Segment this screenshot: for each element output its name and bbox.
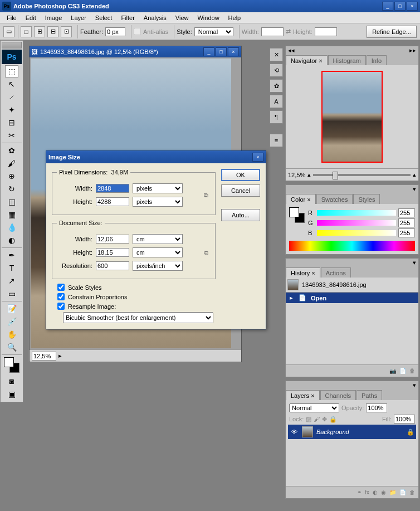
panel-close-icon[interactable]: ▸▸ xyxy=(409,47,416,54)
brush-tool[interactable]: 🖌 xyxy=(5,157,18,169)
delete-icon[interactable]: 🗑 xyxy=(409,368,415,374)
strip-btn-5[interactable]: ¶ xyxy=(270,110,283,124)
layer-fx-icon[interactable]: fx xyxy=(365,489,369,495)
blend-mode-select[interactable]: Normal xyxy=(289,403,339,412)
menu-edit[interactable]: Edit xyxy=(21,13,41,22)
strip-btn-1[interactable]: ✕ xyxy=(270,48,283,61)
new-snapshot-icon[interactable]: 📷 xyxy=(389,368,396,374)
b-slider[interactable] xyxy=(317,230,396,236)
wand-tool[interactable]: ✦ xyxy=(5,104,18,116)
status-arrow-icon[interactable]: ▸ xyxy=(58,352,62,359)
doc-close[interactable]: × xyxy=(228,47,239,56)
toolbox-grip[interactable] xyxy=(2,42,22,48)
quickmask-button[interactable]: ◙ xyxy=(5,375,18,387)
panel-menu-icon[interactable]: ▾ xyxy=(413,186,416,193)
strip-btn-4[interactable]: A xyxy=(270,95,283,108)
tab-channels[interactable]: Channels xyxy=(320,390,356,400)
resample-checkbox[interactable] xyxy=(57,303,65,310)
selection-add-icon[interactable]: ⊞ xyxy=(34,26,45,37)
link-layers-icon[interactable]: ⚭ xyxy=(357,489,362,495)
style-select[interactable]: Normal xyxy=(194,27,233,36)
shape-tool[interactable]: ▭ xyxy=(5,288,18,300)
panel-menu-icon[interactable]: ▾ xyxy=(413,382,416,389)
zoom-tool[interactable]: 🔍 xyxy=(5,341,18,353)
refine-edge-button[interactable]: Refine Edge... xyxy=(367,26,417,38)
heal-tool[interactable]: ✿ xyxy=(5,144,18,157)
tab-layers[interactable]: Layers × xyxy=(286,390,320,400)
menu-layer[interactable]: Layer xyxy=(66,13,91,22)
stamp-tool[interactable]: ⊕ xyxy=(5,170,18,182)
auto-button[interactable]: Auto... xyxy=(221,209,260,221)
menu-select[interactable]: Select xyxy=(91,13,117,22)
slice-tool[interactable]: ✂ xyxy=(5,129,18,142)
scale-styles-checkbox[interactable] xyxy=(57,284,65,291)
tab-swatches[interactable]: Swatches xyxy=(316,194,353,204)
panel-menu-icon[interactable]: ▾ xyxy=(413,259,416,266)
selection-intersect-icon[interactable]: ⊡ xyxy=(61,26,72,37)
tab-color[interactable]: Color × xyxy=(286,194,316,204)
adjustment-icon[interactable]: ◉ xyxy=(381,489,386,495)
fg-color[interactable] xyxy=(4,357,14,367)
tab-styles[interactable]: Styles xyxy=(353,194,380,204)
zoom-input[interactable] xyxy=(32,352,56,361)
layer-background[interactable]: 👁 Background 🔒 xyxy=(288,425,416,439)
delete-layer-icon[interactable]: 🗑 xyxy=(409,489,415,495)
maximize-button[interactable]: □ xyxy=(394,2,406,11)
new-layer-icon[interactable]: 📄 xyxy=(399,489,406,495)
dodge-tool[interactable]: ◐ xyxy=(5,234,18,246)
tab-actions[interactable]: Actions xyxy=(321,267,351,278)
strip-btn-6[interactable]: ≡ xyxy=(270,134,283,147)
selection-subtract-icon[interactable]: ⊟ xyxy=(47,26,58,37)
feather-input[interactable] xyxy=(105,27,125,36)
doc-width-unit[interactable]: cm xyxy=(133,234,183,244)
doc-height-unit[interactable]: cm xyxy=(133,247,183,257)
doc-width-input[interactable] xyxy=(96,235,129,244)
resolution-unit[interactable]: pixels/inch xyxy=(133,261,183,271)
move-tool[interactable]: ↖ xyxy=(5,78,18,90)
gradient-tool[interactable]: ▦ xyxy=(5,208,18,221)
layer-mask-icon[interactable]: ◐ xyxy=(373,489,378,495)
doc-minimize[interactable]: _ xyxy=(203,47,214,56)
doc-height-input[interactable] xyxy=(96,248,129,257)
hand-tool[interactable]: ✋ xyxy=(5,328,18,340)
blur-tool[interactable]: 💧 xyxy=(5,221,18,233)
crop-tool[interactable]: ⊟ xyxy=(5,116,18,129)
g-input[interactable] xyxy=(398,218,415,227)
px-height-input[interactable] xyxy=(96,197,129,206)
zoom-out-icon[interactable]: ▴ xyxy=(307,171,311,178)
history-step-open[interactable]: ▸ 📄 Open xyxy=(286,293,418,303)
history-brush-tool[interactable]: ↻ xyxy=(5,183,18,195)
cancel-button[interactable]: Cancel xyxy=(221,184,260,197)
color-swatches[interactable] xyxy=(4,357,19,373)
eraser-tool[interactable]: ◫ xyxy=(5,196,18,208)
doc-maximize[interactable]: □ xyxy=(216,47,227,56)
menu-analysis[interactable]: Analysis xyxy=(139,13,171,22)
tab-histogram[interactable]: Histogram xyxy=(328,55,366,65)
menu-filter[interactable]: Filter xyxy=(116,13,139,22)
marquee-tool[interactable]: ⬚ xyxy=(5,65,18,77)
zoom-slider[interactable] xyxy=(313,174,411,176)
visibility-icon[interactable]: 👁 xyxy=(290,429,299,435)
tab-history[interactable]: History × xyxy=(286,267,320,278)
menu-help[interactable]: Help xyxy=(224,13,246,22)
notes-tool[interactable]: 📝 xyxy=(5,303,18,315)
type-tool[interactable]: T xyxy=(5,262,18,274)
r-slider[interactable] xyxy=(317,210,396,216)
menu-image[interactable]: Image xyxy=(41,13,67,22)
tab-paths[interactable]: Paths xyxy=(356,390,382,400)
group-icon[interactable]: 📁 xyxy=(389,489,396,495)
path-tool[interactable]: ↗ xyxy=(5,275,18,287)
menu-file[interactable]: File xyxy=(2,13,21,22)
marquee-tool-icon[interactable]: ▭ xyxy=(3,26,14,37)
strip-btn-3[interactable]: ✿ xyxy=(270,79,283,93)
menu-view[interactable]: View xyxy=(171,13,193,22)
pen-tool[interactable]: ✒ xyxy=(5,249,18,261)
strip-btn-2[interactable]: ⟲ xyxy=(270,64,283,77)
b-input[interactable] xyxy=(398,228,415,237)
new-doc-icon[interactable]: 📄 xyxy=(399,368,406,374)
history-snapshot[interactable]: 1346933_86498616.jpg xyxy=(286,278,418,292)
selection-new-icon[interactable]: □ xyxy=(21,26,32,37)
minimize-button[interactable]: _ xyxy=(382,2,393,11)
px-height-unit[interactable]: pixels xyxy=(133,197,183,207)
tab-navigator[interactable]: Navigator × xyxy=(286,55,328,65)
